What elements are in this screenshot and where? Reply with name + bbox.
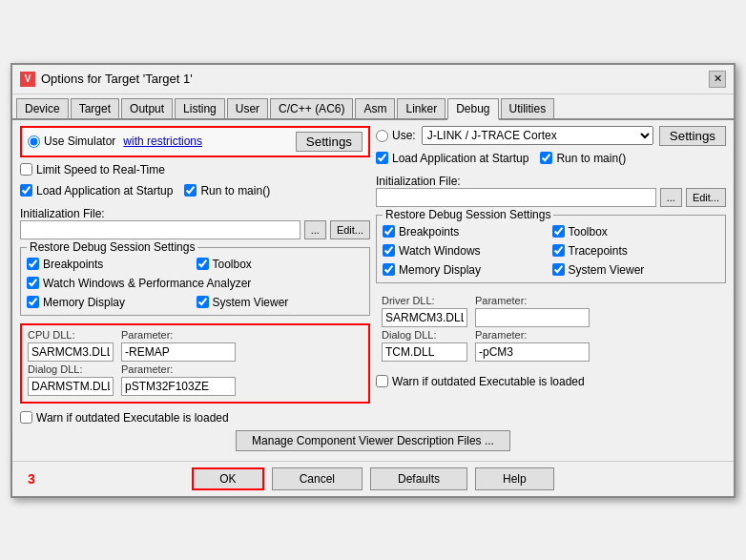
- tab-cpp[interactable]: C/C++ (AC6): [270, 98, 353, 118]
- right-settings-button[interactable]: Settings: [659, 126, 726, 146]
- right-breakpoints-checkbox[interactable]: [383, 225, 395, 238]
- main-content: Use Simulator with restrictions Settings…: [12, 120, 734, 461]
- right-dialog-dll-input[interactable]: [382, 342, 467, 362]
- use-simulator-radio-label[interactable]: Use Simulator: [28, 135, 115, 148]
- right-dialog-dll-col: Dialog DLL:: [382, 329, 467, 362]
- tab-user[interactable]: User: [227, 98, 268, 118]
- tab-debug[interactable]: Debug: [447, 98, 498, 120]
- left-dialog-dll-input[interactable]: [28, 377, 114, 396]
- title-bar: V Options for Target 'Target 1' ✕: [12, 65, 734, 94]
- right-init-edit-btn[interactable]: Edit...: [686, 188, 726, 207]
- left-cpu-dll-input[interactable]: [28, 342, 114, 362]
- right-warn-label: Warn if outdated Executable is loaded: [392, 375, 585, 388]
- right-memory-label: Memory Display: [399, 263, 481, 277]
- right-watch-row: Watch Windows: [383, 242, 550, 259]
- tab-device[interactable]: Device: [16, 98, 69, 118]
- left-memory-label: Memory Display: [43, 296, 125, 309]
- right-load-app-checkbox[interactable]: [376, 152, 388, 164]
- left-dialog-param-input[interactable]: [121, 377, 236, 396]
- right-init-file-input[interactable]: [376, 188, 656, 207]
- left-toolbox-checkbox[interactable]: [197, 258, 209, 270]
- right-tracepoints-checkbox[interactable]: [552, 244, 565, 257]
- right-driver-dll-label: Driver DLL:: [382, 295, 467, 306]
- left-watch-label: Watch Windows & Performance Analyzer: [43, 277, 251, 290]
- left-settings-button[interactable]: Settings: [296, 132, 363, 152]
- left-dialog-param-label: Parameter:: [121, 363, 236, 375]
- right-tracepoints-label: Tracepoints: [569, 244, 628, 258]
- right-driver-param-col: Parameter:: [475, 295, 590, 327]
- right-driver-param-input[interactable]: [475, 308, 590, 327]
- right-dialog-param-input[interactable]: [475, 342, 590, 362]
- right-driver-dll-input[interactable]: [382, 308, 467, 327]
- left-toolbox-label: Toolbox: [213, 258, 252, 271]
- load-app-checkbox[interactable]: [20, 184, 32, 197]
- close-button[interactable]: ✕: [709, 71, 726, 88]
- limit-speed-label: Limit Speed to Real-Time: [36, 163, 165, 176]
- dialog-title: Options for Target 'Target 1': [41, 72, 193, 86]
- right-dialog-dll-label: Dialog DLL:: [382, 329, 467, 341]
- right-toolbox-checkbox[interactable]: [552, 225, 565, 238]
- right-memory-checkbox[interactable]: [383, 263, 395, 276]
- left-column: Use Simulator with restrictions Settings…: [20, 126, 370, 425]
- right-load-app-row: Load Application at Startup: [376, 150, 528, 167]
- right-column: Use: J-LINK / J-TRACE Cortex Settings Lo…: [376, 126, 726, 425]
- left-restore-grid: Breakpoints Toolbox Watch Windows & Perf…: [27, 256, 363, 311]
- defaults-button[interactable]: Defaults: [370, 467, 467, 490]
- right-run-main-row: Run to main(): [540, 150, 626, 167]
- right-driver-dll-row: Driver DLL: Parameter:: [382, 295, 720, 327]
- right-restore-legend: Restore Debug Session Settings: [383, 208, 553, 221]
- right-load-app-label: Load Application at Startup: [392, 152, 528, 165]
- left-watch-checkbox[interactable]: [27, 277, 39, 289]
- load-app-label: Load Application at Startup: [36, 184, 173, 197]
- ok-button[interactable]: OK: [192, 467, 263, 490]
- left-cpu-param-input[interactable]: [121, 342, 236, 362]
- help-button[interactable]: Help: [475, 467, 554, 490]
- use-radio-label[interactable]: Use:: [376, 129, 416, 142]
- tab-output[interactable]: Output: [121, 98, 173, 118]
- right-toolbox-row: Toolbox: [552, 223, 720, 240]
- right-init-browse-btn[interactable]: ...: [660, 188, 682, 207]
- left-watch-row: Watch Windows & Performance Analyzer: [27, 275, 363, 292]
- right-watch-checkbox[interactable]: [383, 244, 395, 257]
- left-warn-label: Warn if outdated Executable is loaded: [36, 411, 229, 425]
- use-simulator-radio[interactable]: [28, 135, 40, 148]
- restrictions-link[interactable]: with restrictions: [123, 135, 202, 148]
- left-warn-checkbox[interactable]: [20, 411, 32, 424]
- tab-asm[interactable]: Asm: [355, 98, 395, 118]
- right-dialog-param-col: Parameter:: [475, 329, 590, 362]
- run-main-checkbox[interactable]: [184, 184, 197, 197]
- right-init-file-row: ... Edit...: [376, 188, 726, 207]
- use-device-select[interactable]: J-LINK / J-TRACE Cortex: [422, 126, 653, 145]
- init-file-row: ... Edit...: [20, 220, 370, 239]
- tab-target[interactable]: Target: [71, 98, 119, 118]
- right-load-run-row: Load Application at Startup Run to main(…: [376, 150, 726, 167]
- left-system-row: System Viewer: [197, 294, 364, 311]
- tab-listing[interactable]: Listing: [175, 98, 225, 118]
- right-system-checkbox[interactable]: [552, 263, 565, 276]
- manage-button[interactable]: Manage Component Viewer Description File…: [236, 430, 510, 451]
- load-run-row: Load Application at Startup Run to main(…: [20, 182, 370, 199]
- left-breakpoints-checkbox[interactable]: [27, 258, 39, 270]
- left-restore-group: Restore Debug Session Settings Breakpoin…: [20, 247, 370, 316]
- left-init-file-input[interactable]: [20, 220, 300, 239]
- left-system-checkbox[interactable]: [197, 296, 209, 308]
- left-init-browse-btn[interactable]: ...: [304, 220, 326, 239]
- cancel-button[interactable]: Cancel: [272, 467, 363, 490]
- tab-linker[interactable]: Linker: [397, 98, 446, 118]
- right-breakpoints-row: Breakpoints: [383, 223, 550, 240]
- right-init-file-section: Initialization File: ... Edit...: [376, 171, 726, 207]
- right-run-main-checkbox[interactable]: [540, 152, 552, 164]
- use-device-radio[interactable]: [376, 130, 388, 142]
- use-label: Use:: [392, 129, 416, 142]
- left-warn-row: Warn if outdated Executable is loaded: [20, 411, 370, 425]
- right-watch-label: Watch Windows: [399, 244, 481, 258]
- left-memory-checkbox[interactable]: [27, 296, 39, 308]
- left-init-edit-btn[interactable]: Edit...: [330, 220, 370, 239]
- left-dialog-param-col: Parameter:: [121, 363, 236, 396]
- tab-utilities[interactable]: Utilities: [501, 98, 555, 118]
- limit-speed-checkbox[interactable]: [20, 163, 32, 176]
- right-driver-dll-col: Driver DLL:: [382, 295, 467, 327]
- left-cpu-param-label: Parameter:: [121, 329, 236, 341]
- right-warn-checkbox[interactable]: [376, 375, 388, 387]
- bottom-row: 3 OK Cancel Defaults Help: [12, 461, 734, 496]
